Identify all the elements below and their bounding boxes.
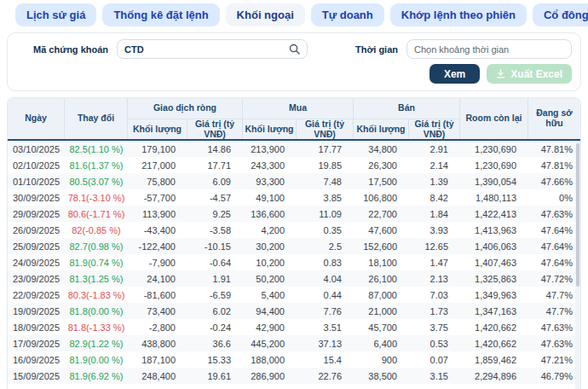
symbol-input[interactable] (124, 44, 289, 55)
table-row: 02/10/2025 81.6(1.37 %) 217,000 17.71 24… (8, 157, 580, 173)
net-value-cell: 17.71 (187, 160, 243, 171)
ownership-cell: 47.66% (528, 177, 580, 187)
export-excel-label: Xuất Excel (510, 68, 562, 80)
view-button[interactable]: Xem (429, 64, 480, 84)
buy-value-cell: 3.51 (297, 322, 354, 333)
net-value-cell: 19.61 (187, 371, 243, 381)
tab-lich-su-gia[interactable]: Lịch sử giá (15, 3, 96, 26)
sell-value-cell: 1.73 (409, 306, 460, 316)
sell-value-cell: 0.07 (409, 355, 460, 365)
ownership-cell: 47.7% (528, 290, 580, 300)
date-cell: 24/09/2025 (8, 258, 65, 268)
vertical-scrollbar[interactable] (575, 141, 580, 389)
tab-khoi-ngoai[interactable]: Khối ngoại (226, 3, 305, 26)
buy-volume-cell: 213,900 (243, 144, 297, 154)
room-cell: 1,390,054 (460, 177, 528, 187)
tab-tu-doanh[interactable]: Tự doanh (311, 3, 384, 26)
time-range-input[interactable] (414, 44, 564, 55)
ownership-cell: 47.81% (528, 160, 580, 171)
change-cell: 80.5(3.07 %) (65, 177, 128, 187)
buy-value-cell: 19.85 (297, 160, 354, 171)
buy-value-cell: 0.83 (297, 258, 354, 268)
buy-volume-cell: 93,300 (243, 177, 297, 187)
sell-volume-cell: 45,700 (354, 322, 409, 333)
col-header-room: Room còn lại (460, 98, 528, 139)
symbol-field (117, 39, 308, 59)
net-value-cell: 9.25 (187, 209, 243, 219)
net-volume-cell: -57,700 (128, 193, 187, 203)
room-cell: 1,407,463 (460, 258, 528, 268)
ownership-cell: 47.81% (528, 144, 580, 154)
room-cell: 1,406,063 (460, 241, 528, 252)
sell-value-cell: 8.42 (409, 193, 460, 203)
col-header-sell-value: Giá trị (tỷ VNĐ) (409, 119, 460, 139)
buy-value-cell: 22.76 (297, 371, 354, 381)
net-value-cell: -0.24 (187, 322, 243, 333)
buy-volume-cell: 49,100 (243, 193, 297, 203)
buy-value-cell: 3.85 (297, 193, 354, 203)
tab-thong-ke-dat-lenh[interactable]: Thống kê đặt lệnh (102, 3, 219, 26)
net-volume-cell: 217,000 (128, 160, 187, 171)
sell-value-cell: 2.14 (409, 160, 460, 171)
tab-khop-lenh-theo-phien[interactable]: Khớp lệnh theo phiên (390, 3, 527, 26)
ownership-cell: 46.79% (528, 371, 580, 381)
table-row: 18/09/2025 81.8(-1.33 %) -2,800 -0.24 42… (8, 319, 580, 335)
filter-panel: Mã chứng khoán Thời gian Xem (7, 32, 581, 91)
ownership-cell: 47.64% (528, 241, 580, 252)
change-cell: 80.6(-1.71 %) (65, 209, 128, 219)
download-icon (496, 69, 505, 78)
room-cell: 2,294,896 (460, 371, 528, 381)
room-cell: 1,859,462 (460, 355, 528, 365)
net-value-cell: -3.58 (187, 225, 243, 235)
ownership-cell: 47.63% (528, 209, 580, 219)
sell-value-cell: 1.39 (409, 177, 460, 187)
col-header-date: Ngày (8, 98, 65, 139)
net-volume-cell: 113,900 (128, 209, 187, 219)
ownership-cell: 47.64% (528, 225, 580, 235)
buy-value-cell: 17.77 (297, 144, 354, 154)
net-volume-cell: 179,100 (128, 144, 187, 154)
net-value-cell: -10.15 (187, 241, 243, 252)
buy-volume-cell: 50,200 (243, 274, 297, 284)
sell-value-cell: 3.93 (409, 225, 460, 235)
date-cell: 22/09/2025 (8, 290, 65, 300)
date-cell: 03/10/2025 (8, 144, 65, 154)
sell-volume-cell: 152,600 (354, 241, 409, 252)
buy-volume-cell: 188,000 (243, 355, 297, 365)
sell-value-cell: 1.84 (409, 209, 460, 219)
tab-co-dong-noi-bo[interactable]: Cổ đông & Nội bộ (533, 3, 588, 26)
net-value-cell: 6.09 (187, 177, 243, 187)
net-volume-cell: -122,400 (128, 241, 187, 252)
col-header-buy-volume: Khối lượng (243, 119, 297, 139)
time-field (406, 39, 572, 59)
sell-volume-cell: 22,700 (354, 209, 409, 219)
net-value-cell: -0.64 (187, 258, 243, 268)
col-group-buy: Mua (243, 98, 354, 119)
sell-volume-cell: 18,100 (354, 258, 409, 268)
table-row: 23/09/2025 81.3(1.25 %) 24,100 1.91 50,2… (8, 270, 580, 287)
col-header-net-volume: Khối lượng (128, 119, 187, 139)
sell-value-cell: 3.75 (409, 322, 460, 333)
sell-volume-cell: 87,000 (354, 290, 409, 300)
net-volume-cell: 24,100 (128, 274, 187, 284)
col-header-net-value: Giá trị (tỷ VNĐ) (187, 119, 243, 139)
net-volume-cell: -81,600 (128, 290, 187, 300)
table-row: 25/09/2025 82.7(0.98 %) -122,400 -10.15 … (8, 238, 580, 254)
search-icon[interactable] (289, 44, 300, 55)
change-cell: 82.5(1.10 %) (65, 144, 128, 154)
scrollbar-thumb[interactable] (576, 143, 579, 287)
ownership-cell: 47.63% (528, 339, 580, 349)
sell-value-cell: 7.03 (409, 290, 460, 300)
net-value-cell: -6.59 (187, 290, 243, 300)
col-header-ownership: Đang sở hữu (528, 98, 580, 139)
buy-volume-cell: 42,900 (243, 322, 297, 333)
net-value-cell: -4.57 (187, 193, 243, 203)
sell-volume-cell: 17,500 (354, 177, 409, 187)
table-row: 24/09/2025 81.9(0.74 %) -7,900 -0.64 10,… (8, 254, 580, 270)
buy-value-cell: 15.4 (297, 355, 354, 365)
buy-value-cell: 37.13 (297, 339, 354, 349)
sell-volume-cell: 900 (354, 355, 409, 365)
ownership-cell: 47.64% (528, 258, 580, 268)
export-excel-button[interactable]: Xuất Excel (487, 64, 572, 84)
col-header-change: Thay đổi (65, 98, 128, 139)
